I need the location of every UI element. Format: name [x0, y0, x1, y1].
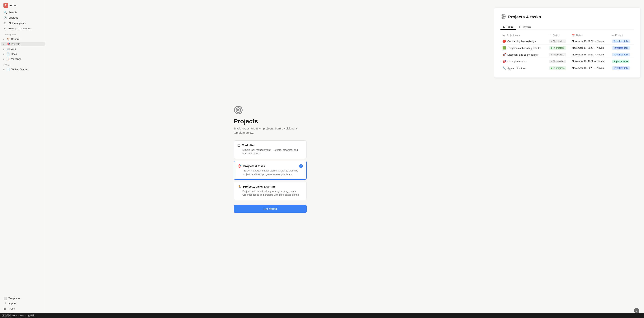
preview-header-icon — [500, 14, 506, 20]
svg-point-4 — [502, 15, 504, 18]
cell-name: 🚀 Discovery and submissions — [500, 51, 547, 58]
row-name: Discovery and submissions — [507, 53, 538, 56]
cell-project: Template deliv — [610, 65, 634, 71]
template-card-header: 🎯 Projects & tasks ✓ — [238, 164, 303, 168]
sidebar-updates-label: Updates — [8, 16, 18, 19]
status-dot — [551, 67, 552, 69]
svg-point-2 — [238, 109, 239, 111]
col-status-icon: ⋯ — [549, 34, 551, 36]
todo-title: To-do list — [242, 144, 303, 147]
preview-card: Projects & tasks ⊞ Tasks ⊞ Projects — [494, 8, 640, 77]
template-card-sprints[interactable]: 🏃 Projects, tasks & sprints Project and … — [234, 182, 307, 200]
row-emoji: 🔧 — [502, 66, 506, 70]
todo-icon: ☑ — [237, 144, 240, 147]
tab-projects[interactable]: ⊞ Projects — [516, 24, 534, 30]
tab-tasks[interactable]: ⊞ Tasks — [500, 24, 516, 30]
projects-tasks-title: Projects & tasks — [243, 165, 299, 168]
status-label: Not started — [553, 53, 564, 56]
status-badge: In progress — [549, 66, 566, 70]
status-dot — [551, 41, 552, 42]
cell-status: Not started — [547, 51, 570, 58]
status-dot — [551, 54, 552, 55]
docs-label: Docs — [11, 52, 17, 55]
settings-icon: ⚙ — [4, 27, 7, 30]
status-badge: In progress — [549, 46, 566, 50]
private-section-label: Private — [0, 61, 46, 67]
meetings-icon: 📋 — [6, 57, 10, 60]
svg-point-1 — [236, 108, 241, 112]
status-label: In progress — [553, 67, 564, 69]
cell-name: 🔴 Onboarding flow redesign — [500, 38, 547, 45]
sidebar-item-updates[interactable]: 🕐 Updates — [1, 15, 45, 20]
teamspaces-section-label: Teamspaces — [0, 31, 46, 36]
table-row: 🔧 App architecture In progress November … — [500, 65, 634, 71]
col-status: ⋯ Status — [547, 33, 570, 38]
project-tag: Template deliv — [612, 39, 630, 43]
col-dates-icon: 📅 — [572, 34, 575, 36]
col-dates: 📅 Dates — [570, 33, 610, 38]
chevron-icon: ▶ — [3, 38, 6, 40]
sidebar-item-general[interactable]: ▶ 🏠 General — [1, 37, 45, 41]
sprints-desc: Project and issue tracking for engineeri… — [237, 189, 303, 197]
sidebar-item-all-teamspaces[interactable]: ⊞ All teamspaces — [1, 20, 45, 25]
sidebar-item-import[interactable]: ⬇ Import — [1, 301, 45, 306]
cell-name: 🟩 Templates onboarding beta te: — [500, 45, 547, 51]
sidebar-item-wiki[interactable]: ▶ 📖 Wiki — [1, 47, 45, 51]
col-name-icon: Aa — [502, 34, 505, 36]
updates-icon: 🕐 — [4, 16, 7, 19]
sprints-icon: 🏃 — [237, 185, 241, 189]
project-tag: Template deliv — [612, 46, 630, 50]
template-card-projects-tasks[interactable]: 🎯 Projects & tasks ✓ Project management … — [234, 161, 307, 180]
teamspaces-icon: ⊞ — [4, 21, 7, 24]
trash-label: Trash — [8, 307, 15, 310]
row-emoji: 🎯 — [502, 60, 506, 63]
cell-project: Template deliv — [610, 38, 634, 45]
sidebar-item-projects[interactable]: ▶ 🎯 Projects — [1, 42, 45, 46]
help-button[interactable]: ? — [634, 308, 640, 314]
sidebar-item-getting-started[interactable]: ▶ 📄 Getting Started — [1, 67, 45, 71]
sidebar-item-meetings[interactable]: ▶ 📋 Meetings — [1, 56, 45, 61]
cell-dates: November 13, 2022 → Novem — [570, 38, 610, 45]
projects-tasks-desc: Project management for teams. Organize t… — [238, 169, 303, 176]
center-panel: Projects Track to-dos and team projects.… — [46, 0, 494, 318]
preview-tabs: ⊞ Tasks ⊞ Projects — [500, 24, 634, 30]
sidebar-item-settings[interactable]: ⚙ Settings & members — [1, 26, 45, 31]
right-panel: Projects & tasks ⊞ Tasks ⊞ Projects — [494, 0, 644, 318]
cell-status: In progress — [547, 65, 570, 71]
templates-icon: ⬜ — [4, 297, 7, 300]
todo-desc: Simple task management — create, organiz… — [237, 148, 303, 156]
cell-dates: November 18, 2022 → Novem — [570, 65, 610, 71]
target-icon — [234, 105, 243, 115]
status-badge: Not started — [549, 39, 566, 43]
general-label: General — [11, 37, 20, 40]
row-emoji: 🔴 — [502, 39, 506, 43]
col-project: ⊙ Project — [610, 33, 634, 38]
preview-target-icon — [500, 14, 506, 19]
row-name: Templates onboarding beta te: — [507, 47, 541, 49]
template-card-todo[interactable]: ☑ To-do list Simple task management — cr… — [234, 140, 307, 159]
cell-name: 🔧 App architecture — [500, 65, 547, 71]
sidebar-item-templates[interactable]: ⬜ Templates — [1, 296, 45, 301]
meetings-label: Meetings — [11, 57, 22, 60]
sidebar-item-docs[interactable]: ▶ 📄 Docs — [1, 52, 45, 56]
svg-point-5 — [503, 16, 504, 17]
general-icon: 🏠 — [6, 37, 10, 40]
chevron-icon: ▶ — [3, 43, 6, 45]
status-dot — [551, 47, 552, 49]
get-started-button[interactable]: Get started — [234, 205, 307, 213]
workspace-header[interactable]: E echa ⌄ — [1, 1, 45, 9]
projects-icon: 🎯 — [6, 42, 10, 45]
selected-checkmark: ✓ — [299, 164, 303, 168]
import-label: Import — [8, 302, 16, 305]
projects-setup: Projects Track to-dos and team projects.… — [234, 105, 307, 213]
cell-project: Template deliv — [610, 45, 634, 51]
import-icon: ⬇ — [4, 302, 7, 305]
projects-tasks-icon: 🎯 — [238, 164, 242, 168]
projects-label: Projects — [11, 42, 20, 45]
sidebar-item-search[interactable]: 🔍 Search — [1, 10, 45, 15]
row-name: Lead generation — [507, 60, 526, 63]
row-emoji: 🚀 — [502, 53, 506, 56]
sidebar-item-trash[interactable]: 🗑 Trash — [1, 306, 45, 311]
wiki-label: Wiki — [11, 47, 16, 50]
sidebar-search-label: Search — [8, 11, 17, 14]
